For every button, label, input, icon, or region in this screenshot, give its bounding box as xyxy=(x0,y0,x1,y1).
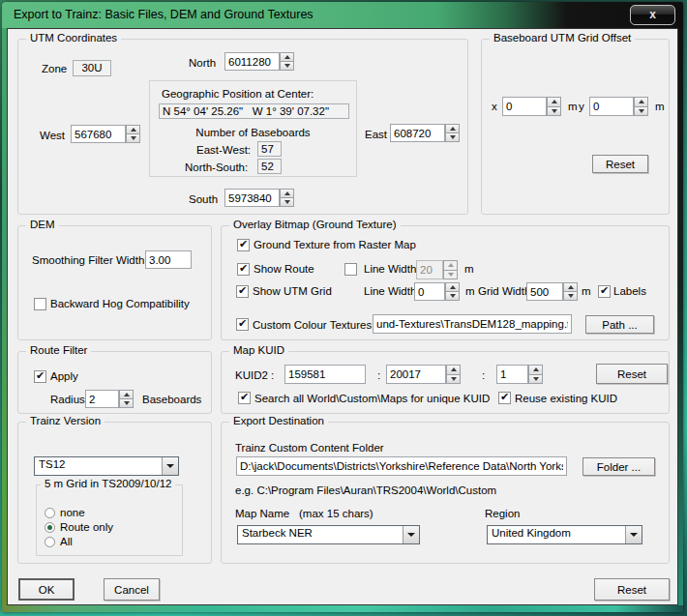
backward-hog-checkbox[interactable] xyxy=(34,298,46,310)
trainz-version-chevron-down-icon[interactable] xyxy=(162,457,178,475)
kuid2-label: KUID2 : xyxy=(235,369,274,381)
custom-textures-input[interactable] xyxy=(373,314,572,334)
grid-5m-legend: 5 m Grid in TS2009/10/12 xyxy=(41,478,175,489)
kuid2-spin3-down-icon[interactable] xyxy=(528,374,543,385)
offset-x-spin-up-icon[interactable] xyxy=(547,97,561,106)
west-spin-up-icon[interactable] xyxy=(126,125,140,133)
region-chevron-down-icon[interactable] xyxy=(625,526,642,543)
offset-x-unit: m xyxy=(568,101,578,112)
trainz-version-select[interactable]: TS12 xyxy=(34,456,179,476)
map-name-select[interactable]: Starbeck NER xyxy=(237,525,420,544)
radius-input[interactable] xyxy=(85,390,119,408)
kuid2-input2[interactable] xyxy=(386,365,446,384)
apply-checkbox[interactable] xyxy=(34,370,46,383)
radius-spinner xyxy=(85,390,134,408)
north-spin-up-icon[interactable] xyxy=(280,52,294,61)
south-spin-up-icon[interactable] xyxy=(280,189,294,197)
east-spin-up-icon[interactable] xyxy=(445,124,460,132)
custom-textures-field xyxy=(373,314,572,334)
search-kuid-label: Search all World\Custom\Maps for unique … xyxy=(254,393,490,404)
grid-width-spinner xyxy=(526,282,578,301)
grid-line-width-spin-down-icon[interactable] xyxy=(445,291,460,301)
radius-spin-up-icon[interactable] xyxy=(119,390,134,398)
kuid-reset-button[interactable]: Reset xyxy=(596,364,668,384)
offset-x-spin-down-icon[interactable] xyxy=(547,106,561,117)
radius-label: Radius xyxy=(50,394,85,405)
reset-button[interactable]: Reset xyxy=(594,578,670,601)
close-icon: x xyxy=(649,8,656,21)
east-spin-down-icon[interactable] xyxy=(445,132,460,142)
custom-content-folder-field xyxy=(236,456,567,476)
geo-position-field: N 54° 04' 25.26" W 1° 39' 07.32" xyxy=(159,103,349,119)
east-label: East xyxy=(365,129,387,140)
kuid2-spin3-up-icon[interactable] xyxy=(528,365,543,374)
map-kuid-group: Map KUID KUID2 : : : Reset Search all Wo… xyxy=(221,351,670,414)
trainz-version-group: Trainz Version TS12 5 m Grid in TS2009/1… xyxy=(17,422,212,564)
search-kuid-checkbox[interactable] xyxy=(238,392,251,404)
smoothing-filter-input[interactable] xyxy=(145,250,192,269)
offset-y-spin-down-icon[interactable] xyxy=(634,106,648,117)
kuid2-input1[interactable] xyxy=(284,365,366,384)
show-route-checkbox[interactable] xyxy=(237,263,250,276)
west-spin-down-icon[interactable] xyxy=(126,133,140,143)
offset-y-unit: m xyxy=(655,101,665,112)
kuid2-spin2-up-icon[interactable] xyxy=(446,365,461,374)
show-utm-grid-label: Show UTM Grid xyxy=(253,285,332,297)
region-label: Region xyxy=(485,508,520,519)
ground-texture-checkbox[interactable] xyxy=(237,239,250,251)
close-button[interactable]: x xyxy=(630,5,675,25)
kuid2-spin2-down-icon[interactable] xyxy=(446,374,461,385)
custom-textures-checkbox[interactable] xyxy=(236,318,249,331)
radius-spin-down-icon[interactable] xyxy=(119,398,134,408)
baseboards-title: Number of Baseboards xyxy=(150,127,356,138)
offset-y-spin-up-icon[interactable] xyxy=(634,97,648,106)
offset-y-label: y xyxy=(579,101,584,112)
path-button[interactable]: Path ... xyxy=(585,315,654,334)
title-bar[interactable]: Export to Trainz: Basic Files, DEM and G… xyxy=(2,2,683,28)
show-utm-grid-checkbox[interactable] xyxy=(236,285,249,298)
region-select[interactable]: United Kingdom xyxy=(487,525,642,544)
north-spin-down-icon[interactable] xyxy=(280,61,294,71)
utm-coordinates-group: UTM Coordinates Zone 30U North West East… xyxy=(17,39,468,215)
east-west-field: 57 xyxy=(257,141,282,157)
grid-width-spin-up-icon[interactable] xyxy=(563,282,578,291)
reuse-kuid-checkbox[interactable] xyxy=(498,392,511,404)
grid-route-only-label: Route only xyxy=(60,521,113,533)
kuid2-field1 xyxy=(284,365,366,384)
east-input[interactable] xyxy=(390,124,445,142)
grid-none-radio[interactable] xyxy=(45,508,55,518)
grid-width-input[interactable] xyxy=(526,282,563,301)
west-label: West xyxy=(40,130,65,141)
map-name-label: Map Name xyxy=(235,508,289,519)
grid-width-spin-down-icon[interactable] xyxy=(563,291,578,301)
offset-y-input[interactable] xyxy=(589,97,634,116)
south-spin-down-icon[interactable] xyxy=(280,197,294,207)
map-name-chevron-down-icon[interactable] xyxy=(403,526,419,543)
custom-content-folder-label: Trainz Custom Content Folder xyxy=(235,442,384,454)
overlay-bitmap-group: Overlay Bitmap (Ground Texture) Ground T… xyxy=(221,225,670,340)
export-destination-legend: Export Destination xyxy=(229,415,328,426)
grid-line-width-label: Line Width xyxy=(364,285,416,297)
zone-label: Zone xyxy=(42,63,67,74)
folder-button[interactable]: Folder ... xyxy=(582,457,655,476)
grid-all-radio[interactable] xyxy=(45,537,55,547)
south-spinner xyxy=(224,189,294,207)
east-west-label: East-West: xyxy=(196,144,251,156)
offset-x-input[interactable] xyxy=(502,97,547,116)
custom-content-folder-input[interactable] xyxy=(236,456,567,476)
grid-route-only-radio[interactable] xyxy=(45,522,55,533)
cancel-button[interactable]: Cancel xyxy=(104,578,160,601)
window-frame-bottom xyxy=(2,605,683,612)
grid-line-width-spin-up-icon[interactable] xyxy=(445,282,460,291)
west-input[interactable] xyxy=(71,125,126,143)
labels-checkbox[interactable] xyxy=(598,285,611,298)
north-input[interactable] xyxy=(224,52,280,71)
ok-button[interactable]: OK xyxy=(18,578,75,601)
route-line-width-checkbox[interactable] xyxy=(344,263,357,276)
south-input[interactable] xyxy=(224,189,280,207)
dem-group: DEM Smoothing Filter Width Backward Hog … xyxy=(17,225,212,340)
route-line-width-spin-down-icon xyxy=(443,270,458,280)
offset-reset-button[interactable]: Reset xyxy=(592,155,648,173)
kuid2-input3[interactable] xyxy=(496,365,528,384)
grid-line-width-input[interactable] xyxy=(414,282,445,301)
